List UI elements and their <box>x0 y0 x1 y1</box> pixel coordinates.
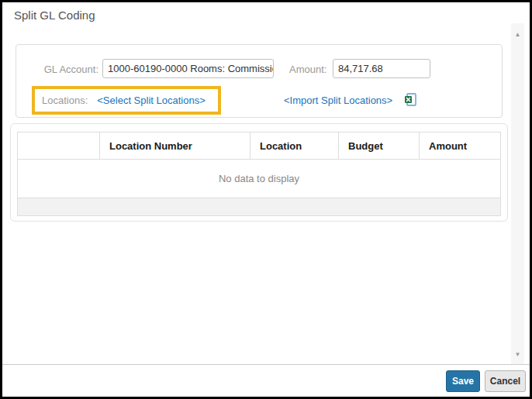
vertical-scrollbar[interactable]: ▲ ▼ <box>511 23 524 364</box>
cancel-button[interactable]: Cancel <box>485 370 526 392</box>
grid-header-budget[interactable]: Budget <box>339 132 420 159</box>
gl-account-input[interactable]: 1000-60190-0000 Rooms: Commission <box>102 59 274 78</box>
gl-coding-form-panel: GL Account: 1000-60190-0000 Rooms: Commi… <box>16 44 503 118</box>
grid-empty-message: No data to display <box>18 160 500 198</box>
dialog-title: Split GL Coding <box>14 9 95 22</box>
scroll-up-icon[interactable]: ▲ <box>511 28 524 41</box>
footer-divider <box>2 364 530 365</box>
gl-account-label: GL Account: <box>32 64 98 75</box>
grid-header-amount[interactable]: Amount <box>420 132 500 159</box>
split-locations-grid: Location Number Location Budget Amount N… <box>17 132 501 216</box>
amount-label: Amount: <box>289 64 326 75</box>
grid-header-location-number[interactable]: Location Number <box>100 132 250 159</box>
select-split-locations-link[interactable]: <Select Split Locations> <box>97 95 205 106</box>
grid-header-row: Location Number Location Budget Amount <box>18 132 500 160</box>
grid-footer-bar <box>18 198 500 215</box>
grid-header-spacer <box>18 132 100 159</box>
scroll-down-icon[interactable]: ▼ <box>511 348 524 361</box>
save-button[interactable]: Save <box>446 370 480 392</box>
highlight-box: Locations: <Select Split Locations> <box>32 86 221 115</box>
import-split-locations-link[interactable]: <Import Split Locations> <box>284 95 392 106</box>
excel-file-icon[interactable] <box>404 93 417 106</box>
split-gl-coding-dialog: Split GL Coding GL Account: 1000-60190-0… <box>0 0 532 399</box>
locations-label: Locations: <box>42 95 88 106</box>
split-locations-grid-panel: Location Number Location Budget Amount N… <box>10 123 508 222</box>
grid-header-location[interactable]: Location <box>250 132 339 159</box>
amount-input[interactable]: 84,717.68 <box>333 59 430 78</box>
